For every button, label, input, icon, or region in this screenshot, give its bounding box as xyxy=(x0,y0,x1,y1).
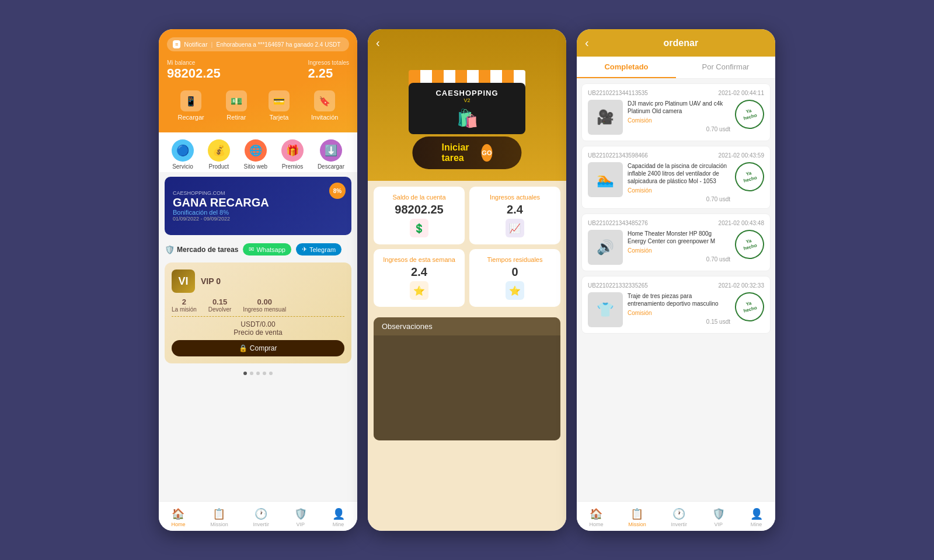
order-date-1: 2021-02 00:44:11 xyxy=(719,90,764,96)
servicio-icon: 🔵 xyxy=(172,139,194,162)
order-img-1: 🎥 xyxy=(588,100,623,135)
order-commission-3: Comisión xyxy=(628,247,730,254)
nav-mine[interactable]: 👤 Mine xyxy=(332,508,345,527)
balance-label: Mi balance xyxy=(167,60,221,66)
go-badge: GO xyxy=(481,144,492,162)
recargar-icon: 📱 xyxy=(180,90,201,111)
mine-label: Mine xyxy=(333,522,344,527)
residual-value: 0 xyxy=(476,265,553,279)
page-title: ordenar xyxy=(595,38,767,48)
nav-vip[interactable]: 🛡️ VIP xyxy=(294,508,307,527)
p3-mission-label: Mission xyxy=(628,522,646,527)
balance-icon: 💲 xyxy=(410,219,428,237)
balance-section: Mi balance 98202.25 Ingresos totales 2.2… xyxy=(167,60,349,81)
weekly-icon: ⭐ xyxy=(410,281,428,300)
dot-2 xyxy=(250,372,253,375)
order-date-3: 2021-02 00:43:48 xyxy=(719,220,764,226)
stat-weekly: Ingresos de esta semana 2.4 ⭐ xyxy=(374,249,465,307)
vip-top: VI VIP 0 xyxy=(172,270,344,293)
tarjeta-btn[interactable]: 💳 Tarjeta xyxy=(269,90,290,121)
p3-home-icon: 🏠 xyxy=(590,508,602,520)
p3-nav-mission[interactable]: 📋 Mission xyxy=(628,508,646,527)
nav-mission[interactable]: 📋 Mission xyxy=(210,508,228,527)
p3-nav-invertir[interactable]: 🕐 Invertir xyxy=(671,508,687,527)
p3-vip-icon: 🛡️ xyxy=(712,508,725,520)
ya-hecho-badge-3: Yahecho xyxy=(731,226,767,262)
servicio-label: Servicio xyxy=(172,163,193,170)
recargar-label: Recargar xyxy=(178,114,204,121)
phone3-header: ‹ ordenar xyxy=(577,29,775,57)
market-label: 🛡️ Mercado de tareas xyxy=(165,245,238,254)
back-button[interactable]: ‹ xyxy=(376,36,380,50)
vip-mission-stat: 2 La misión xyxy=(172,298,197,313)
vip-devolver-stat: 0.15 Devolver xyxy=(208,298,231,313)
order-amount-2: 0.70 usdt xyxy=(628,196,730,202)
buy-button[interactable]: 🔒 Comprar xyxy=(172,340,344,356)
whatsapp-icon: ✉ xyxy=(249,246,254,253)
store-sign: CAESHOPPING V2 🛍️ xyxy=(409,83,525,134)
product-label: Product xyxy=(209,163,229,170)
home-label: Home xyxy=(171,522,185,527)
p3-nav-vip[interactable]: 🛡️ VIP xyxy=(712,508,725,527)
vip-nav-label: VIP xyxy=(297,522,305,527)
vip-devolver-value: 0.15 xyxy=(208,298,231,306)
recargar-btn[interactable]: 📱 Recargar xyxy=(178,90,204,121)
order-amount-4: 0.15 usdt xyxy=(628,318,730,325)
phone-3: ‹ ordenar Completado Por Confirmar UB221… xyxy=(577,29,775,531)
vip-devolver-label: Devolver xyxy=(208,306,231,313)
nav-servicio[interactable]: 🔵 Servicio xyxy=(172,139,194,170)
vip-level: VIP 0 xyxy=(201,276,221,286)
vip-price-label: USDT/0.00 xyxy=(172,320,344,328)
p3-invertir-label: Invertir xyxy=(671,522,687,527)
dot-5 xyxy=(269,372,273,375)
banner-title: GANA RECARGA xyxy=(173,196,343,209)
start-task-button[interactable]: Iniciar tarea GO xyxy=(412,136,521,169)
retirar-label: Retirar xyxy=(226,114,246,121)
tarjeta-label: Tarjeta xyxy=(269,114,288,121)
whatsapp-button[interactable]: ✉ Whatsapp xyxy=(243,243,291,256)
residual-label: Tiempos residuales xyxy=(476,256,553,263)
order-body-2: 🏊 Capacidad de la piscina de circulación… xyxy=(588,162,764,202)
nav-descargar[interactable]: ⬇️ Descargar xyxy=(318,139,344,170)
nav-home[interactable]: 🏠 Home xyxy=(171,508,185,527)
residual-icon: ⭐ xyxy=(506,281,524,300)
order-id-4: UB2210221332335265 xyxy=(588,282,648,289)
order-img-4: 👕 xyxy=(588,292,623,327)
order-product-2: Capacidad de la piscina de circulación i… xyxy=(628,162,730,185)
back-button[interactable]: ‹ xyxy=(585,36,589,50)
telegram-button[interactable]: ✈ Telegram xyxy=(296,243,341,256)
tab-por-confirmar[interactable]: Por Confirmar xyxy=(676,57,775,78)
notify-label: Notificar xyxy=(184,41,207,48)
order-id-2: UB2210221343598466 xyxy=(588,152,648,159)
vip-mission-label: La misión xyxy=(172,306,197,313)
order-item-3: UB2210221343485276 2021-02 00:43:48 🔊 Ho… xyxy=(581,214,771,271)
descargar-icon: ⬇️ xyxy=(320,139,342,162)
notify-icon: ≡ xyxy=(173,40,180,48)
vip-sale-label: Precio de venta xyxy=(172,328,344,337)
phone-1: ≡ Notificar | Enhorabuena a ***164697 ha… xyxy=(159,29,357,531)
nav-sitio-web[interactable]: 🌐 Sitio web xyxy=(244,139,268,170)
nav-product[interactable]: 💰 Product xyxy=(208,139,230,170)
order-details-3: Home Theater Monster HP 800g Energy Cent… xyxy=(628,230,730,265)
p3-nav-mine[interactable]: 👤 Mine xyxy=(750,508,763,527)
weekly-value: 2.4 xyxy=(381,265,458,279)
market-bar: 🛡️ Mercado de tareas ✉ Whatsapp ✈ Telegr… xyxy=(165,243,351,256)
retirar-btn[interactable]: 💵 Retirar xyxy=(226,90,247,121)
promo-banner: CAESHOPPING.COM GANA RECARGA Bonificació… xyxy=(165,177,351,235)
sitio-web-label: Sitio web xyxy=(244,163,268,170)
invitacion-btn[interactable]: 🔖 Invitación xyxy=(311,90,338,121)
tab-completado[interactable]: Completado xyxy=(577,57,676,78)
order-details-4: Traje de tres piezas para entrenamiento … xyxy=(628,292,730,327)
nav-premios[interactable]: 🎁 Premios xyxy=(281,139,304,170)
banner-badge: 8% xyxy=(329,183,346,199)
p3-nav-home[interactable]: 🏠 Home xyxy=(589,508,603,527)
sitio-web-icon: 🌐 xyxy=(245,139,267,162)
tarjeta-icon: 💳 xyxy=(269,90,290,111)
vip-badge: VI xyxy=(172,270,195,293)
notify-message: Enhorabuena a ***164697 ha ganado 2.4 US… xyxy=(216,41,340,48)
weekly-label: Ingresos de esta semana xyxy=(381,256,458,263)
order-header-3: UB2210221343485276 2021-02 00:43:48 xyxy=(588,220,764,226)
obs-body xyxy=(374,335,560,440)
nav-invertir[interactable]: 🕐 Invertir xyxy=(253,508,269,527)
ya-hecho-badge-4: Yahecho xyxy=(731,289,767,324)
